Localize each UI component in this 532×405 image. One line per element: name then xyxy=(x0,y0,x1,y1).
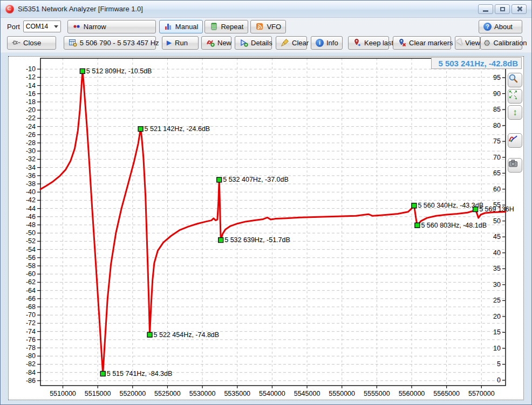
right-axis-label: 90 xyxy=(493,90,501,98)
chart-marker[interactable] xyxy=(473,207,478,212)
right-axis-label: 35 xyxy=(493,265,501,272)
chart-marker[interactable] xyxy=(138,127,143,132)
left-axis-label: -50 xyxy=(26,229,36,237)
narrow-button[interactable]: Narrow xyxy=(67,20,156,33)
rss-icon xyxy=(255,22,264,31)
right-axis-label: 15 xyxy=(493,328,501,336)
left-axis-label: -20 xyxy=(26,106,36,114)
magnifier-icon xyxy=(508,73,518,83)
titlebar: Si5351 Network Analyzer [Firmware 1.0] xyxy=(1,1,531,18)
new-button[interactable]: New xyxy=(201,36,231,50)
question-icon: ? xyxy=(483,23,492,31)
manual-label: Manual xyxy=(175,23,199,31)
close-port-label: Close xyxy=(23,39,41,47)
left-axis-label: -46 xyxy=(26,213,36,221)
right-axis-label: 25 xyxy=(493,297,501,304)
left-axis-label: -60 xyxy=(26,270,36,278)
left-axis-label: -68 xyxy=(26,303,36,311)
left-axis-label: -38 xyxy=(26,180,36,188)
details-button[interactable]: Details xyxy=(235,36,272,50)
cursor-readout: 5 503 241Hz, -42.8dB xyxy=(431,57,522,69)
chart-marker[interactable] xyxy=(415,223,420,228)
right-axis-label: 85 xyxy=(493,106,501,113)
app-window: Si5351 Network Analyzer [Firmware 1.0] P… xyxy=(0,0,532,405)
x-axis-label: 5525000 xyxy=(154,390,181,397)
right-axis-label: 10 xyxy=(493,345,501,352)
keep-last-label: Keep last xyxy=(364,39,393,47)
maximize-icon xyxy=(500,7,505,11)
left-axis-label: -64 xyxy=(26,287,36,294)
close-window-button[interactable] xyxy=(511,4,527,14)
pin-delete-icon xyxy=(398,38,406,47)
right-axis-label: 50 xyxy=(493,217,501,225)
curves-icon xyxy=(508,134,518,143)
curves-settings-button[interactable] xyxy=(508,133,522,148)
left-axis-label: -32 xyxy=(26,155,36,163)
left-axis-label: -42 xyxy=(26,196,36,204)
left-axis-label: -70 xyxy=(26,311,36,319)
cursor-icon xyxy=(456,38,464,47)
toolbar-top: Port COM14 Narrow Manual Repeat xyxy=(1,18,531,35)
chart-marker[interactable] xyxy=(147,332,152,337)
narrow-label: Narrow xyxy=(84,23,106,31)
info-button[interactable]: i Info xyxy=(311,36,343,50)
plug-icon xyxy=(12,38,21,47)
left-axis-label: -86 xyxy=(26,377,36,385)
port-label: Port xyxy=(7,23,20,31)
x-axis-label: 5560000 xyxy=(399,390,425,397)
keep-last-button[interactable]: Keep last xyxy=(348,36,389,50)
run-button[interactable]: ▶ Run xyxy=(162,36,199,50)
view-button[interactable]: View xyxy=(455,36,480,50)
marker-label: 5 522 454Hz, -74.8dB xyxy=(154,331,220,339)
zoom-tool-button[interactable] xyxy=(508,73,522,87)
maximize-button[interactable] xyxy=(495,4,510,14)
chart-marker[interactable] xyxy=(80,68,85,73)
new-label: New xyxy=(217,39,231,47)
manual-button[interactable]: Manual xyxy=(159,20,203,33)
details-label: Details xyxy=(251,39,272,47)
port-select-value: COM14 xyxy=(26,23,48,30)
clear-button[interactable]: Clear xyxy=(276,36,307,50)
repeat-button[interactable]: Repeat xyxy=(204,20,248,33)
about-button[interactable]: ? About xyxy=(479,20,522,33)
right-axis-label: 5 xyxy=(497,360,501,368)
chart-marker[interactable] xyxy=(100,371,105,376)
left-axis-label: -76 xyxy=(26,336,36,344)
left-axis-label: -12 xyxy=(26,73,36,81)
x-axis-label: 5545000 xyxy=(294,390,320,397)
port-select[interactable]: COM14 xyxy=(23,20,61,32)
vfo-button[interactable]: VFO xyxy=(250,20,286,33)
x-axis-label: 5550000 xyxy=(329,390,355,397)
chevron-down-icon xyxy=(54,25,58,30)
right-axis-label: 75 xyxy=(493,138,501,145)
minimize-button[interactable] xyxy=(478,4,493,14)
gear-icon: ⚙ xyxy=(483,39,490,47)
bar-chart-icon xyxy=(164,22,173,31)
fit-view-button[interactable] xyxy=(508,89,522,104)
play-icon: ▶ xyxy=(167,39,172,46)
calibration-button[interactable]: ⚙ Calibration xyxy=(480,36,522,50)
chart-marker[interactable] xyxy=(217,177,222,182)
right-axis-label: 30 xyxy=(493,281,501,289)
left-axis-label: -54 xyxy=(26,246,36,253)
chart-marker[interactable] xyxy=(412,203,417,208)
close-port-button[interactable]: Close xyxy=(7,36,56,50)
details-icon xyxy=(240,38,248,47)
chart-marker[interactable] xyxy=(219,238,223,243)
left-axis-label: -26 xyxy=(26,131,36,139)
marker-label: 5 512 809Hz, -10.5dB xyxy=(86,67,152,75)
clear-markers-button[interactable]: Clear markers xyxy=(393,36,451,50)
vertical-scale-button[interactable]: ↕ xyxy=(508,105,522,120)
x-axis-label: 5565000 xyxy=(433,390,460,397)
right-axis-label: 95 xyxy=(493,74,501,81)
left-axis-label: -30 xyxy=(26,147,36,155)
x-axis-label: 5540000 xyxy=(259,390,285,397)
left-axis-label: -48 xyxy=(26,221,36,229)
view-label: View xyxy=(465,39,480,47)
frequency-range-button[interactable]: 5 506 790 - 5 573 457 Hz xyxy=(64,36,156,50)
screenshot-button[interactable] xyxy=(508,158,522,173)
chart-svg[interactable]: -10-12-14-16-18-20-22-24-26-28-30-32-34-… xyxy=(9,57,523,400)
left-axis-label: -52 xyxy=(26,237,36,245)
x-axis-label: 5520000 xyxy=(119,390,146,397)
right-axis-label: 70 xyxy=(493,154,501,161)
